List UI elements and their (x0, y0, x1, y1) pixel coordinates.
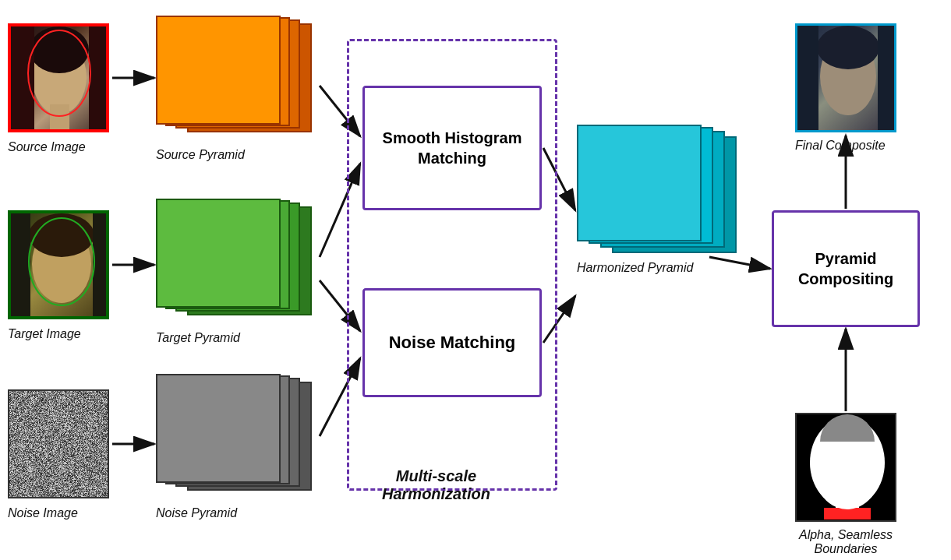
target-image-label: Target Image (8, 327, 81, 341)
noise-pyramid-stack (156, 374, 312, 514)
source-image-box (8, 23, 109, 132)
target-image-canvas (11, 213, 109, 319)
noise-matching-box: Noise Matching (362, 288, 542, 397)
smooth-histogram-text: Smooth Histogram Matching (365, 128, 539, 168)
target-pyramid-group: Target Pyramid (156, 199, 312, 345)
smooth-histogram-box: Smooth Histogram Matching (362, 86, 542, 210)
target-pyramid-stack (156, 199, 312, 339)
noise-image-canvas (9, 391, 109, 498)
final-composite-label: Final Composite (795, 139, 886, 153)
diagram-container: Source Image Target Image Noise Image So… (0, 0, 951, 560)
svg-line-10 (709, 257, 770, 269)
target-layer-1 (156, 199, 281, 308)
source-layer-1 (156, 16, 281, 125)
source-pyramid-group: Source Pyramid (156, 16, 312, 162)
noise-image-label: Noise Image (8, 506, 78, 520)
source-image-label: Source Image (8, 140, 86, 154)
harmonized-pyramid-group: Harmonized Pyramid (577, 125, 717, 275)
final-composite-box (795, 23, 896, 132)
alpha-label: Alpha, SeamlessBoundaries (787, 528, 904, 556)
target-image-box (8, 210, 109, 319)
source-pyramid-stack (156, 16, 312, 156)
harmonized-pyramid-stack (577, 125, 717, 265)
noise-pyramid-group: Noise Pyramid (156, 374, 312, 520)
noise-image-box (8, 389, 109, 498)
final-composite-canvas (797, 26, 896, 132)
harmonized-layer-1 (577, 125, 702, 241)
noise-layer-1 (156, 374, 281, 483)
pyramid-compositing-box: Pyramid Compositing (772, 210, 920, 327)
alpha-mask-canvas (797, 414, 896, 522)
alpha-mask-box (795, 413, 896, 522)
noise-matching-text: Noise Matching (389, 332, 516, 354)
source-image-canvas (11, 26, 109, 132)
harmonization-label: Multi-scaleHarmonization (382, 467, 490, 503)
pyramid-compositing-text: Pyramid Compositing (774, 248, 917, 289)
